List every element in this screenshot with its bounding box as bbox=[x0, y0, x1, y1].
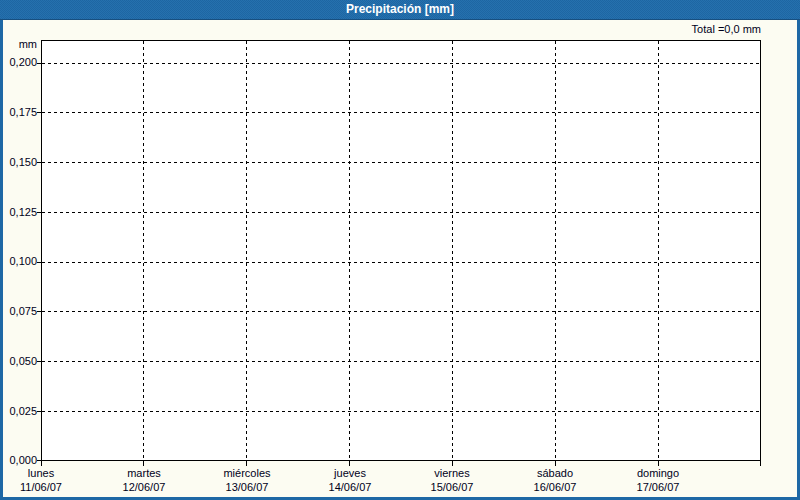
day-date: 15/06/07 bbox=[402, 480, 502, 494]
plot-background bbox=[42, 41, 761, 461]
day-date: 11/06/07 bbox=[0, 480, 91, 494]
x-axis-ticks bbox=[42, 461, 761, 466]
chart-title: Precipitación [mm] bbox=[346, 0, 454, 19]
day-name: lunes bbox=[0, 466, 91, 480]
x-tick-label-domingo: domingo 17/06/07 bbox=[608, 466, 708, 494]
day-date: 17/06/07 bbox=[608, 480, 708, 494]
x-tick-label-sabado: sábado 16/06/07 bbox=[505, 466, 605, 494]
day-name: sábado bbox=[505, 466, 605, 480]
y-tick-label: 0,200 bbox=[0, 56, 37, 69]
day-name: viernes bbox=[402, 466, 502, 480]
day-date: 14/06/07 bbox=[300, 480, 400, 494]
day-date: 12/06/07 bbox=[94, 480, 194, 494]
day-name: martes bbox=[94, 466, 194, 480]
day-date: 13/06/07 bbox=[197, 480, 297, 494]
y-tick-label: 0,075 bbox=[0, 305, 37, 318]
x-tick-label-martes: martes 12/06/07 bbox=[94, 466, 194, 494]
x-tick-label-jueves: jueves 14/06/07 bbox=[300, 466, 400, 494]
day-name: miércoles bbox=[197, 466, 297, 480]
x-tick-label-viernes: viernes 15/06/07 bbox=[402, 466, 502, 494]
y-tick-label: 0,050 bbox=[0, 355, 37, 368]
x-tick-label-miercoles: miércoles 13/06/07 bbox=[197, 466, 297, 494]
x-tick-label-lunes: lunes 11/06/07 bbox=[0, 466, 91, 494]
day-name: jueves bbox=[300, 466, 400, 480]
title-bar: Precipitación [mm] bbox=[0, 0, 800, 20]
day-date: 16/06/07 bbox=[505, 480, 605, 494]
plot-area bbox=[33, 36, 769, 472]
y-axis-ticks bbox=[37, 63, 42, 461]
total-annotation: Total =0,0 mm bbox=[692, 23, 761, 35]
day-name: domingo bbox=[608, 466, 708, 480]
y-tick-label: 0,125 bbox=[0, 206, 37, 219]
y-tick-label: 0,175 bbox=[0, 106, 37, 119]
y-axis-unit-label: mm bbox=[0, 38, 37, 50]
y-tick-label: 0,150 bbox=[0, 156, 37, 169]
y-tick-label: 0,025 bbox=[0, 405, 37, 418]
chart-window: Precipitación [mm] Total =0,0 mm mm bbox=[0, 0, 800, 500]
frame-border-left bbox=[0, 0, 3, 500]
y-tick-label: 0,100 bbox=[0, 255, 37, 268]
